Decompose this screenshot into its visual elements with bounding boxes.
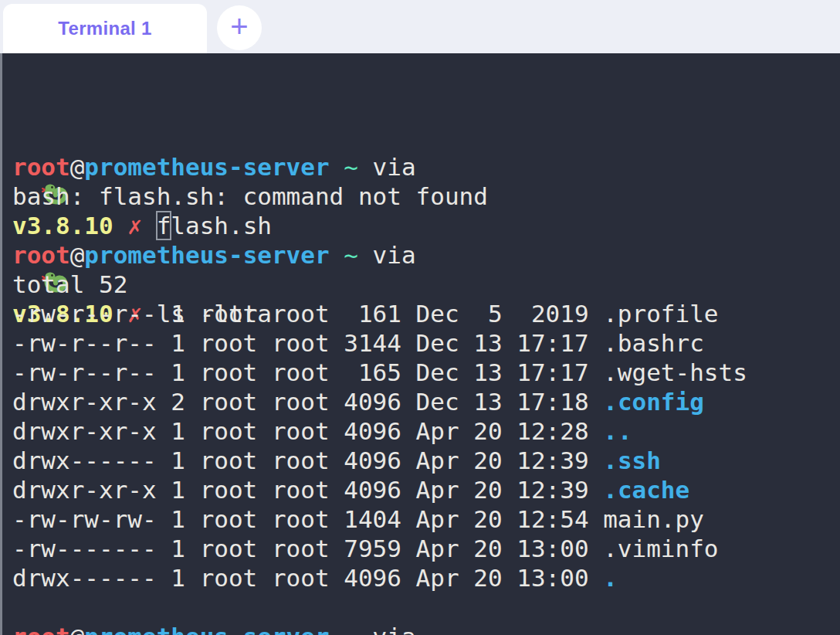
terminal-line: -rw-rw-rw- 1 root root 1404 Apr 20 12:54… [12, 504, 834, 534]
terminal-text-segment: drwx------ 1 root root 4096 Apr 20 13:00 [12, 564, 603, 592]
terminal-line: root@prometheus-server ~ via v3.8.10 → [12, 622, 834, 635]
terminal-text-segment: lash.sh [171, 212, 272, 239]
terminal-text-segment: .. [603, 417, 632, 445]
terminal-screen[interactable]: root@prometheus-server ~ via v3.8.10 ✗ f… [0, 53, 840, 635]
terminal-line: -rw-r--r-- 1 root root 165 Dec 13 17:17 … [12, 358, 834, 387]
terminal-line: bash: flash.sh: command not found [12, 182, 834, 211]
terminal-output: root@prometheus-server ~ via v3.8.10 ✗ f… [12, 152, 834, 635]
terminal-line: -rw-r--r-- 1 root root 161 Dec 5 2019 .p… [12, 299, 834, 328]
terminal-text-segment [330, 623, 344, 635]
terminal-line: drwx------ 1 root root 4096 Apr 20 12:39… [12, 446, 834, 475]
terminal-text-segment: prometheus-server [84, 241, 329, 269]
terminal-text-segment: prometheus-server [84, 153, 329, 181]
terminal-text-segment: .cache [603, 476, 689, 504]
terminal-line: drwx------ 1 root root 4096 Apr 20 13:00… [12, 563, 834, 593]
terminal-text-segment: -rw-r--r-- 1 root root 161 Dec 5 2019 .p… [12, 300, 719, 328]
terminal-text-segment: bash: flash.sh: command not found [12, 182, 488, 210]
terminal-text-segment: via [358, 153, 430, 181]
terminal-text-segment: total 52 [12, 270, 127, 298]
terminal-text-segment: drwxr-xr-x 1 root root 4096 Apr 20 12:39 [12, 476, 603, 504]
terminal-text-segment: root [12, 153, 70, 181]
terminal-text-segment: -rw-rw-rw- 1 root root 1404 Apr 20 12:54… [12, 505, 704, 533]
terminal-text-segment: .ssh [603, 447, 661, 474]
tab-terminal-1[interactable]: Terminal 1 [3, 4, 207, 53]
terminal-text-segment: . [603, 564, 618, 592]
terminal-text-segment: ~ [344, 241, 358, 269]
terminal-text-segment: prometheus-server [84, 623, 329, 635]
terminal-line: -rw-r--r-- 1 root root 3144 Dec 13 17:17… [12, 328, 834, 358]
terminal-text-segment [113, 212, 128, 239]
terminal-text-segment [330, 153, 344, 181]
terminal-text-segment: root [12, 623, 70, 635]
terminal-text-segment: @ [70, 153, 85, 181]
terminal-text-segment [142, 212, 157, 239]
terminal-text-segment: -rw-r--r-- 1 root root 3144 Dec 13 17:17… [12, 329, 704, 357]
terminal-text-segment: .config [603, 388, 704, 416]
terminal-line: drwxr-xr-x 1 root root 4096 Apr 20 12:39… [12, 475, 834, 504]
terminal-line: -rw------- 1 root root 7959 Apr 20 13:00… [12, 534, 834, 563]
terminal-text-segment: root [12, 241, 70, 269]
terminal-line: drwxr-xr-x 1 root root 4096 Apr 20 12:28… [12, 416, 834, 446]
tab-bar: Terminal 1 + [0, 0, 840, 53]
terminal-text-segment: ~ [344, 153, 358, 181]
tab-label: Terminal 1 [58, 18, 151, 39]
terminal-text-segment: ✗ [127, 212, 142, 239]
terminal-text-segment: @ [70, 623, 85, 635]
terminal-text-segment: @ [70, 241, 85, 269]
terminal-text-segment: -rw-r--r-- 1 root root 165 Dec 13 17:17 … [12, 358, 747, 386]
terminal-line [12, 593, 834, 622]
terminal-text-segment: drwxr-xr-x 2 root root 4096 Dec 13 17:18 [12, 388, 603, 416]
cursor-outline: f [157, 212, 171, 239]
terminal-text-segment: v3.8.10 [12, 212, 113, 239]
terminal-line: total 52 [12, 270, 834, 299]
terminal-text-segment: ~ [344, 623, 358, 635]
terminal-text-segment: drwx------ 1 root root 4096 Apr 20 12:39 [12, 447, 603, 474]
terminal-line: root@prometheus-server ~ via v3.8.10 ✗ f… [12, 152, 834, 182]
new-tab-button[interactable]: + [217, 5, 262, 50]
terminal-line: root@prometheus-server ~ via v3.8.10 ✗ l… [12, 240, 834, 270]
terminal-text-segment: -rw------- 1 root root 7959 Apr 20 13:00… [12, 535, 719, 562]
terminal-text-segment: drwxr-xr-x 1 root root 4096 Apr 20 12:28 [12, 417, 603, 445]
plus-icon: + [230, 11, 248, 42]
terminal-text-segment [330, 241, 344, 269]
terminal-text-segment: via [358, 241, 430, 269]
terminal-text-segment: via [358, 623, 430, 635]
terminal-line: drwxr-xr-x 2 root root 4096 Dec 13 17:18… [12, 387, 834, 416]
